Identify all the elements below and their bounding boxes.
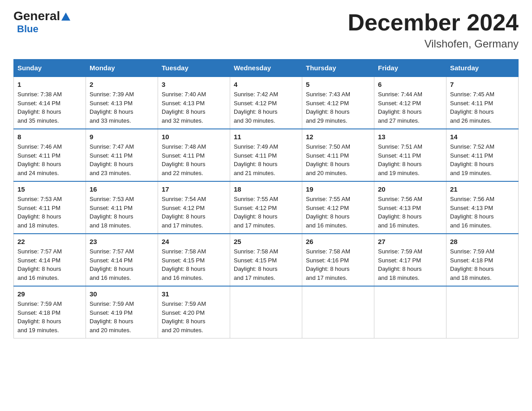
day-info: Sunrise: 7:53 AMSunset: 4:11 PMDaylight:… bbox=[17, 196, 62, 229]
day-number: 16 bbox=[90, 185, 154, 193]
day-info: Sunrise: 7:59 AMSunset: 4:17 PMDaylight:… bbox=[378, 248, 422, 281]
day-number: 1 bbox=[17, 81, 82, 88]
day-number: 27 bbox=[378, 238, 442, 245]
weekday-header-wednesday: Wednesday bbox=[230, 60, 302, 77]
day-info: Sunrise: 7:58 AMSunset: 4:15 PMDaylight:… bbox=[162, 248, 206, 281]
logo-triangle-icon bbox=[61, 12, 71, 21]
day-number: 6 bbox=[378, 81, 442, 88]
day-info: Sunrise: 7:58 AMSunset: 4:16 PMDaylight:… bbox=[306, 248, 350, 281]
day-info: Sunrise: 7:55 AMSunset: 4:12 PMDaylight:… bbox=[234, 196, 278, 229]
day-number: 13 bbox=[378, 133, 442, 141]
logo-blue-text: Blue bbox=[17, 23, 39, 34]
day-info: Sunrise: 7:56 AMSunset: 4:13 PMDaylight:… bbox=[450, 196, 494, 229]
calendar-body: 1 Sunrise: 7:38 AMSunset: 4:14 PMDayligh… bbox=[14, 77, 519, 338]
calendar-day-cell: 24 Sunrise: 7:58 AMSunset: 4:15 PMDaylig… bbox=[158, 234, 230, 286]
day-info: Sunrise: 7:43 AMSunset: 4:12 PMDaylight:… bbox=[306, 91, 350, 124]
weekday-header-thursday: Thursday bbox=[302, 60, 374, 77]
calendar-day-cell: 18 Sunrise: 7:55 AMSunset: 4:12 PMDaylig… bbox=[230, 181, 302, 234]
day-info: Sunrise: 7:40 AMSunset: 4:13 PMDaylight:… bbox=[162, 91, 206, 124]
day-number: 4 bbox=[234, 81, 298, 88]
calendar-day-cell: 22 Sunrise: 7:57 AMSunset: 4:14 PMDaylig… bbox=[14, 234, 86, 286]
calendar-day-cell: 17 Sunrise: 7:54 AMSunset: 4:12 PMDaylig… bbox=[158, 181, 230, 234]
calendar-day-cell: 5 Sunrise: 7:43 AMSunset: 4:12 PMDayligh… bbox=[302, 77, 374, 129]
day-number: 10 bbox=[162, 133, 226, 141]
day-number: 25 bbox=[234, 238, 298, 245]
svg-marker-0 bbox=[61, 13, 70, 21]
day-number: 9 bbox=[90, 133, 154, 141]
day-info: Sunrise: 7:54 AMSunset: 4:12 PMDaylight:… bbox=[162, 196, 206, 229]
calendar-day-cell: 14 Sunrise: 7:52 AMSunset: 4:11 PMDaylig… bbox=[446, 129, 519, 181]
day-info: Sunrise: 7:50 AMSunset: 4:11 PMDaylight:… bbox=[306, 143, 350, 176]
day-info: Sunrise: 7:39 AMSunset: 4:13 PMDaylight:… bbox=[90, 91, 134, 124]
day-info: Sunrise: 7:56 AMSunset: 4:13 PMDaylight:… bbox=[378, 196, 422, 229]
day-number: 12 bbox=[306, 133, 370, 141]
calendar-day-cell: 20 Sunrise: 7:56 AMSunset: 4:13 PMDaylig… bbox=[374, 181, 446, 234]
calendar-day-cell: 29 Sunrise: 7:59 AMSunset: 4:18 PMDaylig… bbox=[14, 286, 86, 338]
calendar-day-cell: 3 Sunrise: 7:40 AMSunset: 4:13 PMDayligh… bbox=[158, 77, 230, 129]
day-number: 21 bbox=[450, 185, 515, 193]
day-number: 11 bbox=[234, 133, 298, 141]
day-info: Sunrise: 7:47 AMSunset: 4:11 PMDaylight:… bbox=[90, 143, 134, 176]
day-number: 31 bbox=[162, 290, 226, 298]
weekday-header-saturday: Saturday bbox=[446, 60, 519, 77]
day-number: 3 bbox=[162, 81, 226, 88]
calendar-day-cell: 8 Sunrise: 7:46 AMSunset: 4:11 PMDayligh… bbox=[14, 129, 86, 181]
day-number: 14 bbox=[450, 133, 515, 141]
day-info: Sunrise: 7:58 AMSunset: 4:15 PMDaylight:… bbox=[234, 248, 278, 281]
calendar-day-cell bbox=[374, 286, 446, 338]
day-number: 2 bbox=[90, 81, 154, 88]
title-area: December 2024 Vilshofen, Germany bbox=[348, 9, 519, 50]
calendar-header: SundayMondayTuesdayWednesdayThursdayFrid… bbox=[14, 60, 519, 77]
calendar-day-cell: 7 Sunrise: 7:45 AMSunset: 4:11 PMDayligh… bbox=[446, 77, 519, 129]
day-info: Sunrise: 7:57 AMSunset: 4:14 PMDaylight:… bbox=[17, 248, 62, 281]
calendar-week-row: 22 Sunrise: 7:57 AMSunset: 4:14 PMDaylig… bbox=[14, 234, 519, 286]
calendar-week-row: 1 Sunrise: 7:38 AMSunset: 4:14 PMDayligh… bbox=[14, 77, 519, 129]
header: General Blue December 2024 Vilshofen, Ge… bbox=[13, 9, 519, 50]
day-number: 17 bbox=[162, 185, 226, 193]
day-info: Sunrise: 7:38 AMSunset: 4:14 PMDaylight:… bbox=[17, 91, 62, 124]
day-info: Sunrise: 7:49 AMSunset: 4:11 PMDaylight:… bbox=[234, 143, 278, 176]
day-number: 22 bbox=[17, 238, 82, 245]
day-number: 15 bbox=[17, 185, 82, 193]
day-number: 28 bbox=[450, 238, 515, 245]
calendar-day-cell: 11 Sunrise: 7:49 AMSunset: 4:11 PMDaylig… bbox=[230, 129, 302, 181]
day-number: 24 bbox=[162, 238, 226, 245]
day-info: Sunrise: 7:59 AMSunset: 4:19 PMDaylight:… bbox=[90, 300, 134, 334]
calendar-day-cell: 28 Sunrise: 7:59 AMSunset: 4:18 PMDaylig… bbox=[446, 234, 519, 286]
calendar-day-cell bbox=[230, 286, 302, 338]
day-number: 8 bbox=[17, 133, 82, 141]
calendar-day-cell: 19 Sunrise: 7:55 AMSunset: 4:12 PMDaylig… bbox=[302, 181, 374, 234]
calendar-week-row: 8 Sunrise: 7:46 AMSunset: 4:11 PMDayligh… bbox=[14, 129, 519, 181]
calendar-day-cell: 12 Sunrise: 7:50 AMSunset: 4:11 PMDaylig… bbox=[302, 129, 374, 181]
day-number: 19 bbox=[306, 185, 370, 193]
day-info: Sunrise: 7:57 AMSunset: 4:14 PMDaylight:… bbox=[90, 248, 134, 281]
day-info: Sunrise: 7:59 AMSunset: 4:18 PMDaylight:… bbox=[450, 248, 494, 281]
calendar-day-cell: 9 Sunrise: 7:47 AMSunset: 4:11 PMDayligh… bbox=[86, 129, 158, 181]
day-info: Sunrise: 7:48 AMSunset: 4:11 PMDaylight:… bbox=[162, 143, 206, 176]
weekday-header-monday: Monday bbox=[86, 60, 158, 77]
weekday-header-tuesday: Tuesday bbox=[158, 60, 230, 77]
calendar-day-cell bbox=[446, 286, 519, 338]
subtitle: Vilshofen, Germany bbox=[348, 38, 519, 50]
weekday-header-friday: Friday bbox=[374, 60, 446, 77]
weekday-header-sunday: Sunday bbox=[14, 60, 86, 77]
calendar-day-cell: 23 Sunrise: 7:57 AMSunset: 4:14 PMDaylig… bbox=[86, 234, 158, 286]
calendar-day-cell: 31 Sunrise: 7:59 AMSunset: 4:20 PMDaylig… bbox=[158, 286, 230, 338]
calendar-week-row: 29 Sunrise: 7:59 AMSunset: 4:18 PMDaylig… bbox=[14, 286, 519, 338]
day-info: Sunrise: 7:55 AMSunset: 4:12 PMDaylight:… bbox=[306, 196, 350, 229]
day-number: 7 bbox=[450, 81, 515, 88]
calendar-day-cell: 6 Sunrise: 7:44 AMSunset: 4:12 PMDayligh… bbox=[374, 77, 446, 129]
calendar-table: SundayMondayTuesdayWednesdayThursdayFrid… bbox=[13, 59, 519, 338]
calendar-day-cell bbox=[302, 286, 374, 338]
page-title: December 2024 bbox=[348, 9, 519, 36]
day-number: 23 bbox=[90, 238, 154, 245]
calendar-day-cell: 13 Sunrise: 7:51 AMSunset: 4:11 PMDaylig… bbox=[374, 129, 446, 181]
calendar-day-cell: 27 Sunrise: 7:59 AMSunset: 4:17 PMDaylig… bbox=[374, 234, 446, 286]
calendar-day-cell: 26 Sunrise: 7:58 AMSunset: 4:16 PMDaylig… bbox=[302, 234, 374, 286]
calendar-day-cell: 1 Sunrise: 7:38 AMSunset: 4:14 PMDayligh… bbox=[14, 77, 86, 129]
calendar-day-cell: 2 Sunrise: 7:39 AMSunset: 4:13 PMDayligh… bbox=[86, 77, 158, 129]
calendar-week-row: 15 Sunrise: 7:53 AMSunset: 4:11 PMDaylig… bbox=[14, 181, 519, 234]
day-info: Sunrise: 7:51 AMSunset: 4:11 PMDaylight:… bbox=[378, 143, 422, 176]
day-info: Sunrise: 7:59 AMSunset: 4:18 PMDaylight:… bbox=[17, 300, 62, 334]
day-info: Sunrise: 7:44 AMSunset: 4:12 PMDaylight:… bbox=[378, 91, 422, 124]
